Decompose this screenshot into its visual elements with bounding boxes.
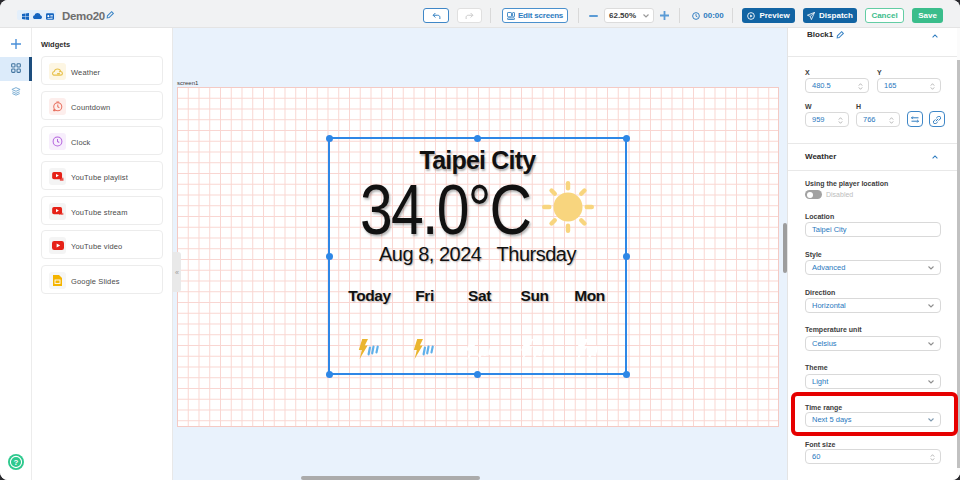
svg-text:?: ?: [14, 458, 19, 467]
